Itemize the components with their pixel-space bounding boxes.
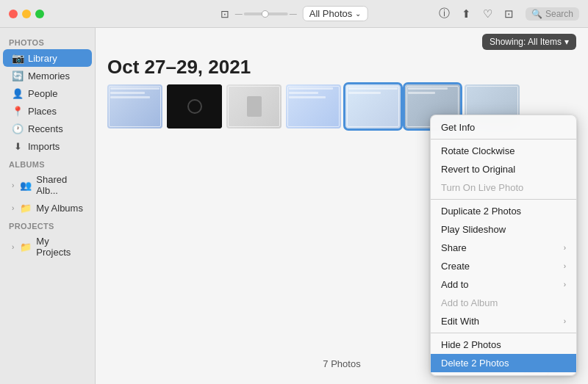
sidebar-item-recents-label: Recents [28, 123, 63, 134]
imports-icon: ⬇ [12, 141, 24, 152]
menu-item-edit-with[interactable]: Edit With › [431, 312, 576, 330]
shared-albums-icon: 👥 [20, 180, 32, 191]
menu-item-add-to-label: Add to [441, 279, 469, 290]
recents-icon: 🕐 [12, 123, 24, 134]
albums-section-header: Albums [0, 156, 95, 170]
menu-item-get-info-label: Get Info [441, 122, 475, 133]
menu-separator-1 [431, 139, 576, 140]
menu-item-add-to-album: Add to Album [431, 294, 576, 312]
heart-icon[interactable]: ♡ [483, 7, 492, 21]
content-toolbar: Showing: All Items ▾ [96, 28, 588, 56]
date-text: Oct 27–29, 2021 [107, 56, 251, 78]
sidebar-item-my-albums-label: My Albums [36, 203, 83, 214]
window-mode-icon: ⊡ [220, 8, 229, 20]
all-photos-dropdown[interactable]: All Photos ⌄ [303, 6, 368, 21]
chevron-right-icon: › [12, 181, 14, 189]
library-icon: 📷 [12, 52, 24, 64]
minimize-button[interactable] [22, 10, 31, 18]
menu-item-turn-on-live-photo: Turn On Live Photo [431, 178, 576, 197]
showing-button[interactable]: Showing: All Items ▾ [482, 34, 576, 50]
menu-item-slideshow-label: Play Slideshow [441, 224, 506, 235]
crop-icon[interactable]: ⊡ [504, 7, 514, 21]
sidebar-section-albums: Albums › 👥 Shared Alb... › 📁 My Albums [0, 156, 95, 217]
context-menu: Get Info Rotate Clockwise Revert to Orig… [430, 115, 577, 376]
maximize-button[interactable] [35, 10, 44, 18]
sidebar-item-places[interactable]: 📍 Places [3, 103, 92, 120]
titlebar: ⊡ — — All Photos ⌄ ⓘ ⬆ ♡ ⊡ 🔍 Search [0, 0, 588, 28]
add-to-arrow-icon: › [564, 280, 566, 289]
titlebar-icons: ⓘ ⬆ ♡ ⊡ 🔍 Search [439, 7, 579, 21]
sidebar-item-imports-label: Imports [28, 141, 60, 152]
menu-item-share[interactable]: Share › [431, 239, 576, 257]
sidebar-section-photos: Photos 📷 Library 🔄 Memories 👤 People 📍 P… [0, 34, 95, 155]
my-projects-icon: 📁 [20, 242, 32, 253]
menu-item-revert-label: Revert to Original [441, 164, 515, 175]
search-label: Search [545, 9, 573, 19]
memories-icon: 🔄 [12, 70, 24, 81]
menu-item-duplicate-photos[interactable]: Duplicate 2 Photos [431, 202, 576, 220]
menu-item-create[interactable]: Create › [431, 257, 576, 275]
create-arrow-icon: › [564, 262, 566, 270]
projects-section-header: Projects [0, 217, 95, 232]
menu-item-delete-photos[interactable]: Delete 2 Photos [431, 354, 576, 372]
photo-count: 7 Photos [323, 358, 360, 369]
sidebar-item-people-label: People [28, 88, 57, 99]
photo-thumb-3[interactable] [226, 84, 282, 128]
sidebar-item-library[interactable]: 📷 Library [3, 49, 92, 67]
edit-with-arrow-icon: › [564, 317, 566, 325]
showing-label: Showing: All Items [490, 37, 562, 47]
menu-item-share-label: Share [441, 242, 467, 253]
sidebar-item-library-label: Library [28, 53, 57, 64]
chevron-down-icon-2: ▾ [564, 37, 569, 47]
sidebar-item-my-projects-label: My Projects [36, 236, 86, 258]
slider-control[interactable]: — — [235, 10, 297, 18]
menu-item-add-to[interactable]: Add to › [431, 275, 576, 294]
close-button[interactable] [9, 10, 18, 18]
my-albums-icon: 📁 [20, 203, 32, 214]
menu-item-create-label: Create [441, 261, 470, 272]
menu-item-delete-label: Delete 2 Photos [441, 358, 509, 369]
menu-item-hide-label: Hide 2 Photos [441, 339, 501, 350]
menu-item-live-photo-label: Turn On Live Photo [441, 182, 523, 193]
menu-item-get-info[interactable]: Get Info [431, 118, 576, 137]
sidebar-item-memories-label: Memories [28, 70, 70, 81]
sidebar-section-projects: Projects › 📁 My Projects [0, 217, 95, 261]
photo-thumb-4[interactable] [286, 84, 341, 128]
sidebar-item-recents[interactable]: 🕐 Recents [3, 120, 92, 137]
titlebar-center: ⊡ — — All Photos ⌄ [220, 6, 368, 21]
places-icon: 📍 [12, 106, 24, 117]
info-icon[interactable]: ⓘ [439, 7, 450, 21]
share-icon[interactable]: ⬆ [462, 7, 471, 21]
search-box[interactable]: 🔍 Search [526, 7, 579, 21]
photo-thumb-2[interactable] [167, 84, 222, 128]
sidebar-item-my-projects[interactable]: › 📁 My Projects [3, 233, 92, 261]
menu-separator-2 [431, 199, 576, 200]
menu-item-rotate-clockwise[interactable]: Rotate Clockwise [431, 142, 576, 160]
photo-thumb-1[interactable] [107, 84, 162, 128]
content-area: Showing: All Items ▾ Oct 27–29, 2021 [96, 28, 588, 384]
sidebar-item-imports[interactable]: ⬇ Imports [3, 138, 92, 155]
photos-section-header: Photos [0, 34, 95, 48]
chevron-right-icon-3: › [12, 243, 14, 251]
share-arrow-icon: › [564, 244, 566, 252]
menu-separator-3 [431, 333, 576, 333]
main-layout: Photos 📷 Library 🔄 Memories 👤 People 📍 P… [0, 28, 588, 384]
menu-item-hide-photos[interactable]: Hide 2 Photos [431, 336, 576, 354]
traffic-lights [9, 10, 44, 18]
chevron-right-icon-2: › [12, 204, 14, 212]
photo-thumb-5[interactable] [345, 84, 401, 128]
all-photos-label: All Photos [309, 8, 353, 19]
menu-item-revert-to-original[interactable]: Revert to Original [431, 160, 576, 178]
sidebar-item-shared-albums-label: Shared Alb... [36, 174, 86, 196]
sidebar-item-people[interactable]: 👤 People [3, 85, 92, 102]
search-icon: 🔍 [531, 9, 542, 19]
menu-item-rotate-label: Rotate Clockwise [441, 145, 514, 156]
chevron-down-icon: ⌄ [355, 10, 361, 18]
menu-item-add-to-album-label: Add to Album [441, 297, 498, 308]
sidebar-item-memories[interactable]: 🔄 Memories [3, 68, 92, 84]
sidebar-item-shared-albums[interactable]: › 👥 Shared Alb... [3, 171, 92, 199]
menu-item-edit-with-label: Edit With [441, 316, 479, 327]
menu-item-duplicate-label: Duplicate 2 Photos [441, 206, 521, 217]
sidebar-item-my-albums[interactable]: › 📁 My Albums [3, 200, 92, 217]
menu-item-play-slideshow[interactable]: Play Slideshow [431, 220, 576, 239]
